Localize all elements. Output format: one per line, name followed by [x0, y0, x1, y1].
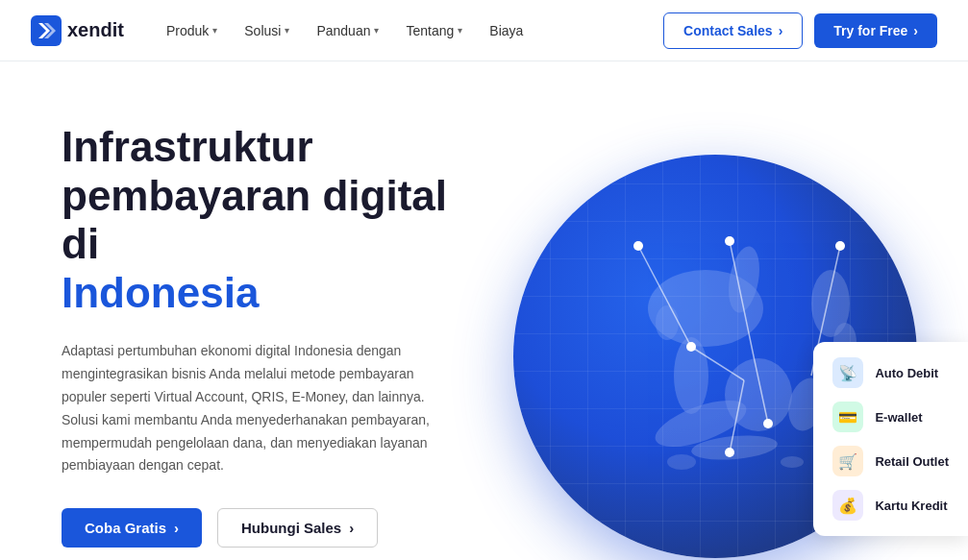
chevron-right-icon: › [349, 520, 354, 536]
feature-kartu-kredit: 💰 Kartu Kredit [832, 490, 949, 521]
hero-title-blue: Indonesia [62, 269, 454, 318]
chevron-down-icon: ▾ [212, 25, 217, 36]
feature-label-auto-debit: Auto Debit [875, 366, 938, 380]
hero-section: Infrastruktur pembayaran digital di Indo… [0, 61, 500, 560]
nav-items: Produk ▾ Solusi ▾ Panduan ▾ Tentang ▾ Bi… [155, 15, 656, 46]
svg-point-24 [835, 241, 845, 251]
svg-line-21 [730, 380, 744, 452]
chevron-right-icon: › [174, 520, 179, 536]
feature-label-retail-outlet: Retail Outlet [875, 454, 949, 469]
svg-point-22 [633, 241, 643, 251]
feature-ewallet: 💳 E-wallet [832, 402, 949, 432]
chevron-right-icon: › [913, 23, 918, 38]
map-section: 🇹🇭 Thailand 🇻🇳 Vietnam 🇵🇭 Filipina 🇲🇾 Ma… [500, 61, 968, 560]
nav-item-solusi[interactable]: Solusi ▾ [233, 15, 301, 46]
logo-text: xendit [67, 19, 124, 41]
chevron-down-icon: ▾ [458, 25, 462, 36]
nav-item-panduan[interactable]: Panduan ▾ [305, 15, 390, 46]
nav-item-produk[interactable]: Produk ▾ [155, 15, 229, 46]
kartu-kredit-icon: 💰 [832, 490, 863, 521]
svg-line-17 [730, 241, 754, 356]
hubungi-sales-button[interactable]: Hubungi Sales › [217, 508, 378, 548]
feature-auto-debit: 📡 Auto Debit [832, 357, 949, 388]
try-free-button[interactable]: Try for Free › [814, 13, 937, 48]
chevron-down-icon: ▾ [374, 25, 379, 36]
svg-point-26 [763, 419, 773, 428]
retail-outlet-icon: 🛒 [832, 446, 863, 476]
feature-retail-outlet: 🛒 Retail Outlet [832, 446, 949, 476]
nav-actions: Contact Sales › Try for Free › [663, 12, 937, 49]
svg-point-23 [725, 236, 734, 246]
navbar: xendit Produk ▾ Solusi ▾ Panduan ▾ Tenta… [0, 0, 968, 61]
main-content: Infrastruktur pembayaran digital di Indo… [0, 61, 968, 560]
chevron-right-icon: › [779, 23, 783, 38]
coba-gratis-button[interactable]: Coba Gratis › [62, 508, 202, 548]
nav-item-biaya[interactable]: Biaya [478, 15, 534, 46]
svg-point-25 [686, 342, 696, 352]
xendit-logo-icon [31, 15, 62, 46]
nav-item-tentang[interactable]: Tentang ▾ [394, 15, 474, 46]
chevron-down-icon: ▾ [285, 25, 289, 36]
svg-line-19 [691, 347, 744, 380]
contact-sales-button[interactable]: Contact Sales › [663, 12, 803, 49]
hero-description: Adaptasi pertumbuhan ekonomi digital Ind… [62, 340, 454, 477]
hero-title: Infrastruktur pembayaran digital di Indo… [62, 123, 454, 336]
feature-label-kartu-kredit: Kartu Kredit [875, 499, 947, 513]
feature-panel: 📡 Auto Debit 💳 E-wallet 🛒 Retail Outlet … [813, 342, 968, 536]
svg-line-20 [754, 356, 768, 424]
feature-label-ewallet: E-wallet [875, 410, 922, 425]
svg-point-27 [725, 448, 734, 457]
svg-line-16 [638, 246, 691, 347]
ewallet-icon: 💳 [832, 402, 863, 432]
logo[interactable]: xendit [31, 15, 124, 46]
hero-buttons: Coba Gratis › Hubungi Sales › [62, 508, 454, 548]
auto-debit-icon: 📡 [832, 357, 863, 388]
